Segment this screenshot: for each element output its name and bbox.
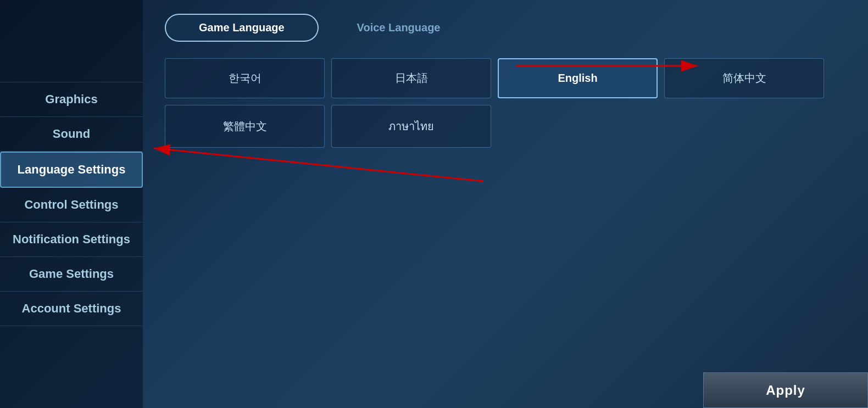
lang-btn-english[interactable]: English [498,58,658,98]
apply-button-container: Apply [703,372,868,408]
sidebar-item-label: Language Settings [18,163,126,177]
sidebar-item-label: Game Settings [29,267,114,281]
tab-voice-language[interactable]: Voice Language [324,14,474,42]
lang-btn-korean[interactable]: 한국어 [165,58,325,98]
sidebar-item-notification-settings[interactable]: Notification Settings [0,222,143,257]
lang-btn-empty2 [664,105,824,148]
sidebar-item-label: Sound [53,127,90,141]
apply-button[interactable]: Apply [703,372,868,408]
lang-btn-japanese[interactable]: 日本語 [331,58,491,98]
sidebar-item-language-settings[interactable]: Language Settings [0,152,143,188]
sidebar-item-game-settings[interactable]: Game Settings [0,257,143,292]
language-grid-row2: 繁體中文 ภาษาไทย [165,105,824,148]
sidebar-item-sound[interactable]: Sound [0,117,143,152]
sidebar-item-control-settings[interactable]: Control Settings [0,188,143,222]
lang-btn-empty1 [498,105,658,148]
language-grid-row1: 한국어 日本語 English 简体中文 [165,58,824,98]
sidebar: Graphics Sound Language Settings Control… [0,0,143,408]
sidebar-item-account-settings[interactable]: Account Settings [0,292,143,326]
sidebar-item-label: Control Settings [24,198,118,212]
tab-game-language[interactable]: Game Language [165,14,319,42]
sidebar-item-graphics[interactable]: Graphics [0,82,143,117]
sidebar-item-label: Notification Settings [13,232,130,247]
main-content: Game Language Voice Language 한국어 日本語 Eng… [143,0,868,408]
lang-btn-simplified-chinese[interactable]: 简体中文 [664,58,824,98]
lang-btn-traditional-chinese[interactable]: 繁體中文 [165,105,325,148]
lang-btn-thai[interactable]: ภาษาไทย [331,105,491,148]
sidebar-item-label: Account Settings [22,301,121,316]
tabs-row: Game Language Voice Language [165,11,846,42]
sidebar-item-label: Graphics [45,92,97,107]
